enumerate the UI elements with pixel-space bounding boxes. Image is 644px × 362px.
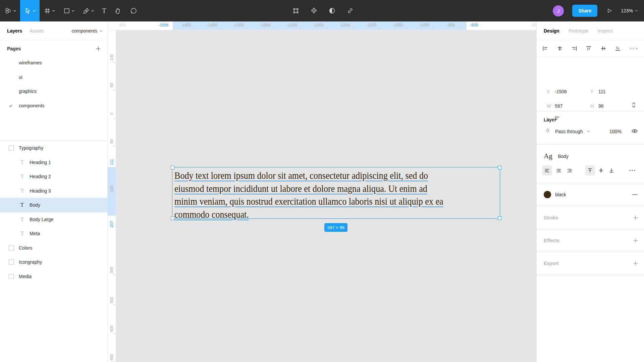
selection-size-badge: 597 × 96 [324, 223, 347, 232]
add-stroke-button[interactable] [633, 215, 638, 220]
move-tool-button[interactable] [20, 0, 40, 21]
text-tool-button[interactable]: T [98, 0, 110, 21]
tab-prototype[interactable]: Prototype [569, 28, 589, 34]
ruler-tick [247, 28, 247, 30]
text-align-top-button[interactable] [585, 165, 595, 175]
layer-item-body-large[interactable]: T Body Large [0, 212, 107, 227]
selection-bounding-box[interactable] [172, 167, 500, 219]
layer-section-typography[interactable]: Typography [0, 141, 107, 155]
resize-handle-top-right[interactable] [498, 166, 501, 169]
blend-mode-value[interactable]: Pass through [555, 129, 583, 134]
layer-item-heading-3[interactable]: T Heading 3 [0, 184, 107, 198]
left-panel-tabs: Layers Assets components [0, 21, 107, 40]
hand-tool-icon [114, 7, 122, 14]
font-preview: Ag [544, 152, 552, 160]
zoom-level: 123% [621, 8, 633, 13]
stroke-section: Stroke [537, 206, 644, 229]
layer-item-heading-1[interactable]: T Heading 1 [0, 155, 107, 170]
page-item-graphics[interactable]: graphics [0, 84, 107, 99]
avatar[interactable]: J [553, 5, 564, 16]
y-value[interactable]: 111 [598, 89, 605, 94]
link-button[interactable] [341, 0, 359, 21]
zoom-menu[interactable]: 123% [621, 8, 638, 13]
text-align-left-button[interactable] [542, 165, 552, 175]
text-align-bottom-button[interactable] [606, 165, 616, 175]
toolbar-left-tools: T [0, 0, 141, 21]
layer-item-body[interactable]: T Body [0, 198, 107, 212]
fill-section: black [537, 183, 644, 206]
add-effect-button[interactable] [633, 238, 638, 243]
ruler-label: -1050 [393, 23, 403, 28]
tab-assets[interactable]: Assets [30, 28, 44, 34]
ruler-label: -1200 [313, 23, 324, 28]
vertical-ruler: -100 -50 0 50 111 150 207 300 350 400 45… [108, 30, 116, 362]
stroke-title: Stroke [544, 215, 558, 220]
layer-section-media[interactable]: Media [0, 269, 107, 284]
main-menu-button[interactable] [0, 0, 20, 21]
align-bottom-button[interactable] [615, 46, 621, 51]
text-align-middle-button[interactable] [596, 165, 606, 175]
share-button[interactable]: Share [572, 5, 597, 17]
tidy-up-button[interactable] [630, 46, 638, 51]
pages-layers-spacer [0, 113, 107, 141]
ruler-tick [114, 118, 115, 118]
chevron-up-icon [100, 30, 103, 32]
w-value[interactable]: 597 [555, 103, 562, 109]
fill-color-name[interactable]: black [555, 192, 566, 197]
mask-button[interactable] [323, 0, 341, 21]
x-value[interactable]: -1506 [555, 89, 567, 94]
remove-fill-button[interactable] [632, 194, 637, 195]
text-more-options-button[interactable] [629, 169, 635, 171]
page-item-components[interactable]: ✓ components [0, 99, 107, 113]
tab-layers[interactable]: Layers [7, 28, 22, 34]
resize-handle-bottom-right[interactable] [498, 216, 501, 220]
resize-handle-bottom-left[interactable] [171, 216, 174, 220]
text-align-center-button[interactable] [554, 165, 564, 175]
page-item-ui[interactable]: ui [0, 70, 107, 85]
opacity-value[interactable]: 100% [609, 129, 622, 134]
checkmark-icon: ✓ [9, 103, 13, 108]
h-value[interactable]: 96 [598, 103, 604, 109]
section-frame-icon [9, 260, 14, 265]
page-item-wireframes[interactable]: wireframes [0, 56, 107, 70]
align-right-button[interactable] [572, 46, 577, 51]
canvas[interactable]: 600 -1506 -1450 -1400 -1350 -1300 -1250 … [108, 21, 537, 362]
add-export-button[interactable] [633, 261, 638, 266]
text-style-name[interactable]: Body [558, 154, 569, 159]
pen-tool-button[interactable] [78, 0, 98, 21]
tab-inspect[interactable]: Inspect [598, 28, 613, 34]
layer-section-colors[interactable]: Colors [0, 241, 107, 255]
ruler-label: -1350 [234, 23, 244, 28]
present-button[interactable] [606, 7, 613, 14]
hand-tool-button[interactable] [110, 0, 126, 21]
ruler-label: -950 [447, 23, 455, 28]
resize-handle-top-left[interactable] [171, 166, 174, 169]
align-horizontal-center-button[interactable] [557, 46, 562, 51]
component-button[interactable] [287, 0, 305, 21]
comment-tool-button[interactable] [126, 0, 141, 21]
ruler-label: -1150 [340, 23, 350, 28]
page-selector[interactable]: components [72, 28, 103, 34]
shape-tool-button[interactable] [59, 0, 78, 21]
constrain-proportions-icon[interactable] [631, 102, 636, 108]
frame-tool-button[interactable] [40, 0, 59, 21]
blend-mode-icon [545, 128, 550, 134]
ruler-label: 300 [109, 267, 114, 273]
toolbar-right: J Share 123% [553, 0, 644, 21]
add-page-button[interactable] [96, 46, 101, 51]
chevron-down-icon [91, 10, 94, 12]
tab-design[interactable]: Design [544, 28, 559, 34]
component-set-button[interactable] [305, 0, 323, 21]
text-align-right-button[interactable] [565, 165, 575, 175]
layer-section-icongraphy[interactable]: Icongraphy [0, 255, 107, 269]
ruler-tick [220, 28, 221, 30]
align-vertical-center-button[interactable] [601, 46, 606, 51]
pages-title: Pages [7, 46, 21, 51]
layer-item-heading-2[interactable]: T Heading 2 [0, 169, 107, 184]
fill-color-swatch[interactable] [544, 191, 551, 198]
align-left-button[interactable] [543, 46, 548, 51]
align-top-button[interactable] [586, 46, 591, 51]
visibility-eye-icon[interactable] [632, 129, 638, 133]
layer-item-meta[interactable]: T Meta [0, 226, 107, 241]
toolbar-center-tools [287, 0, 359, 21]
